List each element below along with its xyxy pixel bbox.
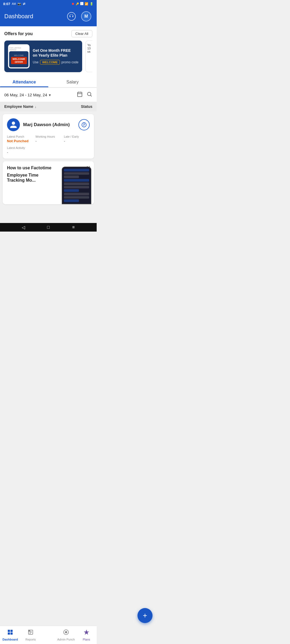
employee-avatar [7, 118, 20, 131]
offer-card-partial: Yo 13 us [85, 41, 92, 72]
employee-card: Marj Dawson (Admin) Latest Punch Not Pun… [3, 114, 94, 159]
employee-card-header: Marj Dawson (Admin) [7, 118, 90, 131]
offer-promo-row: Use WELCOME promo code [33, 60, 78, 65]
partial-line1: Yo [87, 43, 92, 47]
table-header: Employee Name ↓ Status [0, 102, 97, 111]
promo-code-badge: WELCOME [40, 60, 60, 65]
svg-point-4 [88, 92, 91, 96]
status-bar: 8:07 AM 📷 ⇄ ⏺ 🔑 🅱 📶 🔋 [0, 0, 97, 8]
stat-late-early: Late / Early - [64, 135, 90, 143]
header-icons: M [66, 10, 92, 23]
status-wifi-icon: 📶 [85, 2, 88, 6]
status-battery-icon: 🔋 [90, 2, 93, 6]
app-title: Dashboard [4, 13, 33, 20]
offer-headline: Get One Month FREEon Yearly Elite Plan [33, 48, 78, 58]
sort-arrow-icon: ↓ [35, 105, 37, 109]
svg-line-5 [90, 95, 92, 96]
status-video-icon: 📷 [17, 2, 21, 6]
status-bluetooth-icon: 🅱 [80, 2, 83, 5]
date-range-text: 06 May, 24 - 12 May, 24 [4, 93, 47, 97]
offer-text: Get One Month FREEon Yearly Elite Plan U… [33, 48, 78, 65]
offer-promo-prefix: Use [33, 60, 38, 64]
employee-name-label: Employee Name [4, 104, 33, 109]
status-record-icon: ⏺ [71, 2, 74, 5]
latest-punch-value: Not Punched [7, 139, 33, 143]
employee-info: Marj Dawson (Admin) [7, 118, 70, 131]
offers-title: Offers for you [4, 31, 33, 36]
punch-button[interactable] [78, 119, 90, 130]
home-icon: □ [47, 225, 50, 230]
system-nav: ◁ □ ≡ [0, 223, 97, 232]
employee-stats: Latest Punch Not Punched Working Hours -… [7, 135, 90, 143]
tabs-section: Attendance Salary [0, 76, 97, 87]
offers-header: Offers for you Clear All [4, 30, 92, 37]
phone-screen-how [62, 167, 91, 204]
avatar-initial: M [84, 14, 88, 19]
offer-card[interactable]: FOR LIMITED PERIOD WELCOME WELCOME OFFER… [4, 41, 82, 72]
status-left: 8:07 AM 📷 ⇄ [3, 2, 25, 6]
stat-latest-punch: Latest Punch Not Punched [7, 135, 33, 143]
calendar-icon-button[interactable] [77, 91, 83, 98]
avatar-button[interactable]: M [80, 10, 92, 23]
clear-all-button[interactable]: Clear All [71, 30, 92, 37]
activity-row: Latest Activity - [7, 146, 90, 154]
offer-badge: WELCOME OFFER [11, 57, 27, 64]
offer-phone-mockup: FOR LIMITED PERIOD WELCOME WELCOME OFFER [8, 44, 30, 68]
partial-line3: us [87, 50, 92, 53]
headset-icon [67, 12, 76, 21]
app-header: Dashboard M [0, 8, 97, 26]
support-button[interactable] [66, 11, 77, 22]
menu-icon: ≡ [72, 225, 75, 230]
how-to-phone-mockup [62, 167, 91, 204]
status-right: ⏺ 🔑 🅱 📶 🔋 [71, 2, 93, 6]
offers-section: Offers for you Clear All FOR LIMITED PER… [0, 26, 97, 76]
svg-rect-0 [78, 92, 82, 97]
how-to-card: How to use Factotime Employee TimeTracki… [3, 161, 94, 204]
back-icon: ◁ [22, 225, 25, 230]
stat-working-hours: Working Hours - [35, 135, 61, 143]
latest-punch-label: Latest Punch [7, 135, 33, 138]
latest-activity-value: - [7, 150, 90, 154]
date-icons [77, 91, 92, 98]
late-early-value: - [64, 139, 90, 143]
employee-name: Marj Dawson (Admin) [23, 122, 70, 127]
sys-back-button[interactable]: ◁ [19, 224, 28, 230]
main-content: Offers for you Clear All FOR LIMITED PER… [0, 26, 97, 223]
tab-attendance[interactable]: Attendance [0, 76, 48, 87]
sys-home-button[interactable]: □ [44, 224, 53, 230]
status-time: 8:07 [3, 2, 10, 6]
date-range-button[interactable]: 06 May, 24 - 12 May, 24 ▾ [4, 93, 51, 97]
partial-line2: 13 [87, 47, 92, 50]
offer-phone-screen: WELCOME WELCOME OFFER [9, 51, 28, 67]
chevron-down-icon: ▾ [49, 93, 51, 97]
tab-salary[interactable]: Salary [48, 76, 97, 87]
offer-limited-label: FOR LIMITED PERIOD [9, 47, 28, 51]
working-hours-label: Working Hours [35, 135, 61, 138]
person-icon [9, 121, 17, 129]
status-label: Status [81, 104, 92, 109]
latest-activity-label: Latest Activity [7, 146, 90, 149]
search-icon-button[interactable] [86, 91, 92, 98]
offer-welcome-badge-label: WELCOME [11, 54, 27, 56]
status-ampm: AM [12, 2, 16, 5]
late-early-label: Late / Early [64, 135, 90, 138]
working-hours-value: - [35, 139, 61, 143]
employee-name-sort[interactable]: Employee Name ↓ [4, 104, 37, 109]
offers-carousel: FOR LIMITED PERIOD WELCOME WELCOME OFFER… [4, 41, 92, 72]
status-exchange-icon: ⇄ [23, 2, 25, 6]
user-avatar: M [81, 11, 91, 21]
sys-menu-button[interactable]: ≡ [69, 224, 78, 230]
date-filter-row: 06 May, 24 - 12 May, 24 ▾ [0, 88, 97, 102]
offer-promo-suffix: promo code [61, 60, 78, 64]
status-key-icon: 🔑 [76, 2, 79, 5]
